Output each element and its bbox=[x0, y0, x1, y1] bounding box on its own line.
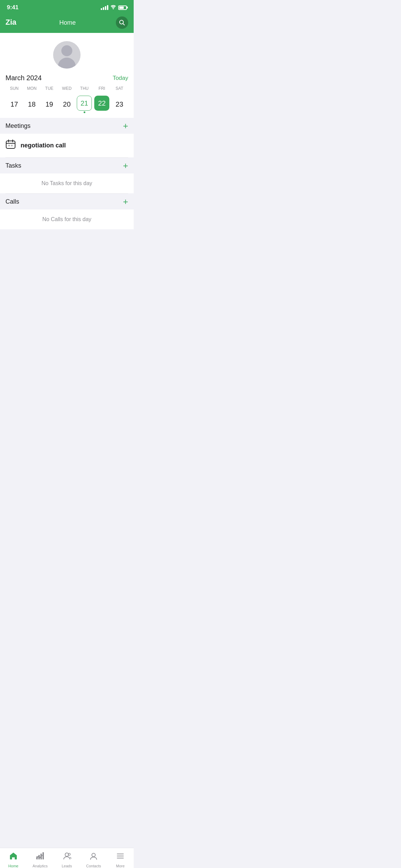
svg-point-0 bbox=[113, 9, 114, 10]
calendar-dates: 17 18 19 20 21 22 bbox=[5, 94, 128, 115]
day-fri: FRI bbox=[93, 85, 111, 92]
no-tasks-message: No Tasks for this day bbox=[0, 173, 134, 193]
svg-rect-8 bbox=[8, 145, 10, 146]
date-22[interactable]: 22 bbox=[93, 94, 111, 115]
calls-title: Calls bbox=[5, 198, 19, 205]
add-task-button[interactable]: + bbox=[123, 161, 128, 170]
meetings-title: Meetings bbox=[5, 122, 31, 130]
day-tue: TUE bbox=[40, 85, 58, 92]
meetings-section-header: Meetings + bbox=[0, 118, 134, 134]
meeting-item[interactable]: negotiation call bbox=[0, 134, 134, 157]
day-mon: MON bbox=[23, 85, 40, 92]
day-thu: THU bbox=[76, 85, 93, 92]
add-call-button[interactable]: + bbox=[123, 197, 128, 206]
date-21[interactable]: 21 bbox=[76, 94, 93, 115]
day-wed: WED bbox=[58, 85, 75, 92]
add-meeting-button[interactable]: + bbox=[123, 121, 128, 130]
wifi-icon bbox=[110, 5, 116, 10]
meeting-calendar-icon bbox=[5, 139, 16, 152]
date-17[interactable]: 17 bbox=[5, 94, 23, 115]
calendar-month: March 2024 bbox=[5, 74, 42, 82]
today-button[interactable]: Today bbox=[113, 75, 128, 82]
calls-section-header: Calls + bbox=[0, 194, 134, 209]
gray-fill bbox=[0, 229, 134, 298]
search-button[interactable] bbox=[116, 16, 128, 29]
calendar-section: March 2024 Today SUN MON TUE WED THU FRI… bbox=[0, 74, 134, 118]
date-20[interactable]: 20 bbox=[58, 94, 75, 115]
header: Zia Home bbox=[0, 15, 134, 33]
date-23[interactable]: 23 bbox=[111, 94, 128, 115]
scrollable-content: March 2024 Today SUN MON TUE WED THU FRI… bbox=[0, 33, 134, 326]
battery-icon bbox=[118, 5, 127, 10]
tasks-section-header: Tasks + bbox=[0, 158, 134, 173]
status-time: 9:41 bbox=[7, 4, 19, 11]
calendar-day-labels: SUN MON TUE WED THU FRI SAT bbox=[5, 85, 128, 92]
svg-text:Zia: Zia bbox=[5, 18, 17, 26]
avatar bbox=[53, 41, 81, 69]
svg-rect-9 bbox=[11, 145, 13, 146]
svg-rect-4 bbox=[6, 141, 15, 148]
avatar-section bbox=[0, 33, 134, 74]
meeting-title: negotiation call bbox=[21, 142, 66, 149]
status-bar: 9:41 bbox=[0, 0, 134, 15]
no-calls-message: No Calls for this day bbox=[0, 209, 134, 229]
date-19[interactable]: 19 bbox=[40, 94, 58, 115]
day-sun: SUN bbox=[5, 85, 23, 92]
signal-icon bbox=[101, 5, 108, 10]
page-title: Home bbox=[59, 19, 76, 26]
status-icons bbox=[101, 5, 127, 10]
app-logo: Zia bbox=[5, 16, 19, 29]
tasks-title: Tasks bbox=[5, 162, 21, 169]
day-sat: SAT bbox=[111, 85, 128, 92]
svg-line-3 bbox=[123, 24, 124, 25]
date-18[interactable]: 18 bbox=[23, 94, 40, 115]
